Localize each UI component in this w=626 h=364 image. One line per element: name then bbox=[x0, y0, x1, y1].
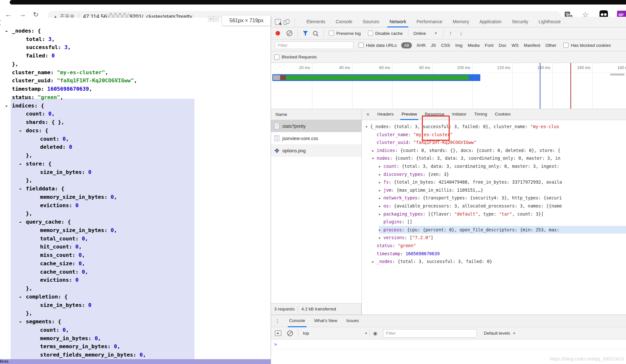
type-pill-manifest[interactable]: Manifest bbox=[524, 43, 540, 48]
detail-tab-preview[interactable]: Preview bbox=[398, 109, 421, 120]
drawer-tab-console[interactable]: Console bbox=[285, 315, 310, 327]
collapse-toggle-icon[interactable]: - bbox=[19, 293, 26, 301]
blocked-requests-checkbox[interactable] bbox=[274, 55, 279, 60]
detail-tab-headers[interactable]: Headers bbox=[373, 109, 398, 120]
preview-line[interactable]: ▶os: {available_processors: 3, allocated… bbox=[379, 202, 626, 210]
preview-line[interactable]: ▶packaging_types: [{flavor: "default", t… bbox=[379, 210, 626, 218]
preview-line[interactable]: ▶fs: {total_in_bytes: 42140479488, free_… bbox=[379, 178, 626, 186]
tab-network[interactable]: Network bbox=[385, 17, 410, 27]
type-pill-js[interactable]: JS bbox=[431, 43, 436, 48]
console-prompt-row[interactable]: > bbox=[271, 339, 626, 349]
triangle-closed-icon[interactable]: ▶ bbox=[379, 234, 383, 242]
panel-splitter[interactable] bbox=[361, 109, 362, 315]
network-filter-input[interactable] bbox=[275, 41, 353, 49]
triangle-closed-icon[interactable]: ▶ bbox=[379, 187, 383, 195]
tab-performance[interactable]: Performance bbox=[412, 17, 446, 27]
triangle-open-icon[interactable]: ▼ bbox=[372, 155, 377, 163]
preserve-log-checkbox[interactable] bbox=[329, 31, 334, 36]
preview-line[interactable]: ▼nodes: {count: {total: 3, data: 3, coor… bbox=[372, 154, 626, 162]
drawer-tab-issues[interactable]: Issues bbox=[342, 315, 363, 327]
triangle-open-icon[interactable]: ▼ bbox=[366, 123, 370, 131]
tab-console[interactable]: Console bbox=[331, 17, 356, 27]
request-row-options-png[interactable]: options.png bbox=[271, 145, 361, 157]
type-pill-doc[interactable]: Doc bbox=[499, 43, 506, 48]
hide-data-urls-checkbox[interactable] bbox=[359, 43, 364, 48]
collapse-toggle-icon[interactable]: - bbox=[19, 126, 26, 135]
close-icon[interactable]: × bbox=[362, 111, 373, 118]
type-pill-other[interactable]: Other bbox=[545, 43, 556, 48]
collapse-toggle-icon[interactable]: - bbox=[19, 318, 26, 326]
type-pill-img[interactable]: Img bbox=[455, 43, 463, 48]
import-har-icon[interactable]: ↑ bbox=[449, 30, 452, 36]
preview-line[interactable]: cluster_uuid: "faXq1F1HT-Kq20COGVIGww" bbox=[372, 138, 626, 147]
execution-context-dropdown[interactable]: top ▼ bbox=[303, 331, 368, 336]
preview-line[interactable]: cluster_name: "my-es-cluster" bbox=[372, 131, 626, 139]
triangle-closed-icon[interactable]: ▶ bbox=[379, 226, 383, 234]
forward-icon[interactable]: → bbox=[19, 11, 26, 18]
detail-tab-cookies[interactable]: Cookies bbox=[491, 109, 515, 120]
preview-line[interactable]: ▶jvm: {max_uptime_in_millis: 1109151,…} bbox=[379, 186, 626, 194]
type-pill-media[interactable]: Media bbox=[468, 43, 480, 48]
triangle-closed-icon[interactable]: ▶ bbox=[379, 171, 383, 179]
preview-line[interactable]: timestamp: 1605698670639 bbox=[372, 250, 626, 258]
preview-line[interactable]: ▶network_types: {transport_types: {secur… bbox=[379, 194, 626, 202]
export-har-icon[interactable]: ↓ bbox=[460, 30, 463, 36]
collapse-toggle-icon[interactable]: - bbox=[5, 27, 12, 35]
triangle-closed-icon[interactable]: ▶ bbox=[372, 258, 377, 266]
request-row-stats-pretty[interactable]: stats?pretty bbox=[271, 120, 361, 132]
tab-memory[interactable]: Memory bbox=[449, 17, 474, 27]
detail-tab-initiator[interactable]: Initiator bbox=[448, 109, 470, 120]
tab-security[interactable]: Security bbox=[508, 17, 533, 27]
tab-lighthouse[interactable]: Lighthouse bbox=[534, 17, 565, 27]
preview-line[interactable]: ▶indices: {count: 0, shards: {}, docs: {… bbox=[372, 147, 626, 155]
live-expression-eye-icon[interactable]: ◉ bbox=[373, 330, 377, 336]
preview-line[interactable]: ▶count: {total: 3, data: 3, coordinating… bbox=[379, 162, 626, 170]
preview-line[interactable]: ▼{_nodes: {total: 3, successful: 3, fail… bbox=[366, 123, 626, 131]
preview-line[interactable]: ▶versions: ["7.2.0"] bbox=[379, 234, 626, 242]
requests-name-column-header[interactable]: Name bbox=[271, 109, 361, 120]
device-toolbar-icon[interactable] bbox=[284, 19, 289, 25]
tab-application[interactable]: Application bbox=[475, 17, 506, 27]
type-pill-xhr[interactable]: XHR bbox=[416, 43, 426, 48]
drawer-tab-what-s-new[interactable]: What's New bbox=[310, 315, 342, 327]
collapse-toggle-icon[interactable]: - bbox=[19, 160, 26, 168]
preview-line[interactable]: status: "green" bbox=[372, 242, 626, 250]
request-row-jsonview-core-css[interactable]: jsonview-core.css bbox=[271, 132, 361, 145]
record-icon[interactable] bbox=[276, 31, 280, 35]
kebab-menu-icon[interactable]: ⋮ bbox=[271, 318, 285, 324]
triangle-closed-icon[interactable]: ▶ bbox=[379, 178, 383, 187]
preview-line[interactable]: plugins: [] bbox=[379, 218, 626, 226]
preview-line[interactable]: ▶_nodes: {total: 3, successful: 3, faile… bbox=[372, 258, 626, 266]
triangle-closed-icon[interactable]: ▶ bbox=[379, 194, 383, 202]
triangle-closed-icon[interactable]: ▶ bbox=[379, 210, 383, 218]
throttling-dropdown[interactable]: Online ▼ bbox=[413, 31, 437, 36]
triangle-closed-icon[interactable]: ▶ bbox=[372, 147, 377, 155]
zoom-out-button[interactable]: − bbox=[214, 16, 219, 22]
preview-line[interactable]: ▶discovery_types: {zen: 3} bbox=[379, 170, 626, 178]
log-levels-dropdown[interactable]: Default levels ▼ bbox=[484, 331, 516, 336]
zoom-in-button[interactable]: + bbox=[208, 16, 214, 22]
collapse-toggle-icon[interactable]: - bbox=[19, 185, 26, 193]
preview-line[interactable]: ▶process: {cpu: {percent: 0}, open_file_… bbox=[379, 226, 626, 234]
search-icon[interactable] bbox=[313, 31, 318, 35]
type-pill-all[interactable]: All bbox=[401, 42, 412, 48]
network-overview-timeline[interactable]: 20 ms40 ms60 ms80 ms100 ms120 ms140 ms16… bbox=[271, 63, 626, 109]
console-sidebar-icon[interactable]: ▶ bbox=[275, 330, 281, 336]
collapse-toggle-icon[interactable]: - bbox=[5, 102, 12, 110]
type-pill-font[interactable]: Font bbox=[485, 43, 494, 48]
tab-elements[interactable]: Elements bbox=[302, 17, 329, 27]
has-blocked-cookies-checkbox[interactable] bbox=[563, 43, 569, 48]
filter-funnel-icon[interactable] bbox=[303, 31, 308, 35]
console-clear-icon[interactable] bbox=[287, 330, 293, 336]
tab-sources[interactable]: Sources bbox=[359, 17, 383, 27]
clear-icon[interactable] bbox=[287, 30, 292, 36]
inspect-element-icon[interactable] bbox=[275, 19, 281, 25]
type-pill-ws[interactable]: WS bbox=[512, 43, 519, 48]
collapse-toggle-icon[interactable]: - bbox=[19, 218, 26, 226]
triangle-closed-icon[interactable]: ▶ bbox=[379, 202, 383, 210]
detail-tab-timing[interactable]: Timing bbox=[470, 109, 491, 120]
back-icon[interactable]: ← bbox=[5, 11, 12, 18]
reload-icon[interactable]: ↻ bbox=[33, 11, 39, 18]
type-pill-css[interactable]: CSS bbox=[441, 43, 450, 48]
disable-cache-checkbox[interactable] bbox=[368, 31, 373, 36]
